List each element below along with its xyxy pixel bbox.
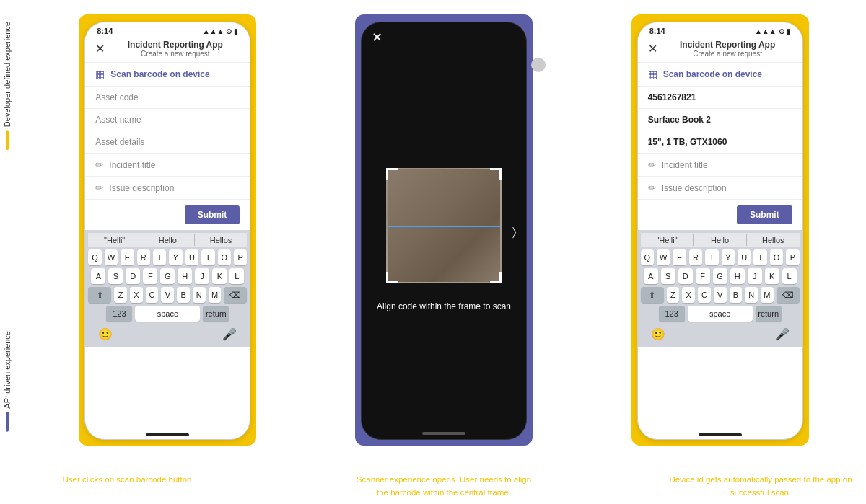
- phone3-suggestion-hello[interactable]: Hello: [694, 234, 747, 246]
- p3-key-v[interactable]: V: [714, 287, 727, 303]
- key-o[interactable]: O: [218, 249, 231, 265]
- phone1-asset-details-row[interactable]: Asset details: [85, 131, 250, 154]
- phone1-scan-row[interactable]: ▦ Scan barcode on device: [85, 63, 250, 87]
- key-m[interactable]: M: [209, 287, 222, 303]
- p3-key-y[interactable]: Y: [722, 249, 735, 265]
- phone1-asset-code-row[interactable]: Asset code: [85, 87, 250, 109]
- phone3-suggestion-hellos[interactable]: Hellos: [747, 234, 800, 246]
- key-f[interactable]: F: [143, 268, 157, 284]
- key-a[interactable]: A: [91, 268, 105, 284]
- key-v[interactable]: V: [161, 287, 174, 303]
- mic-icon[interactable]: 🎤: [222, 327, 237, 341]
- p3-key-space[interactable]: space: [688, 306, 753, 322]
- key-g[interactable]: G: [160, 268, 175, 284]
- phone1-header: ✕ Incident Reporting App Create a new re…: [85, 37, 250, 63]
- key-123[interactable]: 123: [106, 306, 132, 322]
- phone1-status-bar: 8:14 ▲▲▲ ⊙ ▮: [85, 22, 250, 37]
- key-h[interactable]: H: [178, 268, 192, 284]
- p3-key-shift[interactable]: ⇧: [641, 287, 664, 303]
- developer-label: Developer defined experience: [3, 22, 12, 150]
- p3-key-j[interactable]: J: [748, 268, 762, 284]
- phone3-close-button[interactable]: ✕: [648, 42, 657, 56]
- key-i[interactable]: I: [201, 249, 214, 265]
- phone3-mic-icon[interactable]: 🎤: [775, 327, 790, 341]
- key-k[interactable]: K: [212, 268, 227, 284]
- p3-key-i[interactable]: I: [753, 249, 766, 265]
- p3-key-return[interactable]: return: [756, 306, 782, 322]
- phone3-submit-button[interactable]: Submit: [737, 205, 792, 224]
- p3-key-n[interactable]: N: [745, 287, 758, 303]
- suggestion-hello[interactable]: Hello: [141, 234, 195, 246]
- p3-key-p[interactable]: P: [786, 249, 799, 265]
- phone2-viewport: 〉 Align code within the frame to scan: [362, 53, 526, 428]
- phone3-incident-title-row[interactable]: ✏ Incident title: [638, 154, 802, 177]
- phone1-asset-name-row[interactable]: Asset name: [85, 109, 250, 131]
- emoji-icon[interactable]: 🙂: [98, 327, 113, 341]
- corner-tr: [490, 168, 502, 180]
- p3-key-u[interactable]: U: [738, 249, 751, 265]
- p3-key-l[interactable]: L: [782, 268, 797, 284]
- p3-key-c[interactable]: C: [698, 287, 711, 303]
- phone1-emoji-row: 🙂 🎤: [88, 324, 247, 344]
- phone1-incident-title-row[interactable]: ✏ Incident title: [85, 154, 250, 177]
- key-e[interactable]: E: [121, 249, 134, 265]
- suggestion-hellos[interactable]: Hellos: [195, 234, 248, 246]
- p3-key-w[interactable]: W: [657, 249, 670, 265]
- key-d[interactable]: D: [126, 268, 140, 284]
- p3-key-x[interactable]: X: [682, 287, 695, 303]
- p3-key-t[interactable]: T: [705, 249, 718, 265]
- p3-key-b[interactable]: B: [730, 287, 743, 303]
- key-j[interactable]: J: [195, 268, 209, 284]
- key-q[interactable]: Q: [88, 249, 101, 265]
- key-s[interactable]: S: [108, 268, 123, 284]
- key-backspace[interactable]: ⌫: [224, 287, 247, 303]
- p3-key-k[interactable]: K: [765, 268, 779, 284]
- key-l[interactable]: L: [229, 268, 244, 284]
- phone1-submit-button[interactable]: Submit: [185, 205, 240, 224]
- key-z[interactable]: Z: [114, 287, 127, 303]
- phone1-incident-title-label: Incident title: [109, 160, 155, 170]
- key-c[interactable]: C: [146, 287, 159, 303]
- cursor-icon: 〉: [512, 226, 516, 239]
- key-return[interactable]: return: [203, 306, 229, 322]
- phone3-suggestion-helli[interactable]: "Helli": [641, 234, 694, 246]
- key-x[interactable]: X: [130, 287, 143, 303]
- p3-key-backspace[interactable]: ⌫: [777, 287, 800, 303]
- phone2-close-button[interactable]: ✕: [372, 30, 382, 45]
- p3-key-s[interactable]: S: [661, 268, 675, 284]
- phone1-time: 8:14: [97, 27, 113, 35]
- p3-key-g[interactable]: G: [713, 268, 727, 284]
- floating-circle: [531, 58, 546, 72]
- phone1-key-row3: ⇧ Z X C V B N M ⌫: [88, 287, 247, 303]
- p3-key-a[interactable]: A: [644, 268, 658, 284]
- key-b[interactable]: B: [177, 287, 190, 303]
- key-w[interactable]: W: [105, 249, 118, 265]
- phone3-issue-desc-row[interactable]: ✏ Issue description: [638, 177, 802, 200]
- key-u[interactable]: U: [185, 249, 198, 265]
- p3-key-d[interactable]: D: [678, 268, 693, 284]
- phone3-wrapper: 8:14 ▲▲▲ ⊙ ▮ ✕ In: [631, 14, 809, 446]
- key-n[interactable]: N: [193, 287, 206, 303]
- barcode-icon: ▦: [95, 68, 105, 80]
- phone1-close-button[interactable]: ✕: [95, 42, 105, 56]
- key-p[interactable]: P: [234, 249, 247, 265]
- key-r[interactable]: R: [137, 249, 150, 265]
- p3-key-z[interactable]: Z: [667, 287, 680, 303]
- key-t[interactable]: T: [153, 249, 166, 265]
- phone3-emoji-icon[interactable]: 🙂: [651, 327, 665, 341]
- p3-key-e[interactable]: E: [673, 249, 686, 265]
- p3-key-q[interactable]: Q: [641, 249, 654, 265]
- p3-key-o[interactable]: O: [770, 249, 783, 265]
- p3-key-f[interactable]: F: [696, 268, 710, 284]
- p3-key-123[interactable]: 123: [659, 306, 685, 322]
- phone3-scan-row[interactable]: ▦ Scan barcode on device: [638, 63, 802, 87]
- p3-key-h[interactable]: H: [730, 268, 745, 284]
- p3-key-m[interactable]: M: [761, 287, 774, 303]
- key-space[interactable]: space: [135, 306, 200, 322]
- p3-key-r[interactable]: R: [689, 249, 702, 265]
- phone1-issue-desc-row[interactable]: ✏ Issue description: [85, 177, 250, 200]
- key-shift[interactable]: ⇧: [88, 287, 111, 303]
- key-y[interactable]: Y: [169, 249, 182, 265]
- phone3-bg: 8:14 ▲▲▲ ⊙ ▮ ✕ In: [631, 14, 809, 446]
- suggestion-helli[interactable]: "Helli": [88, 234, 141, 246]
